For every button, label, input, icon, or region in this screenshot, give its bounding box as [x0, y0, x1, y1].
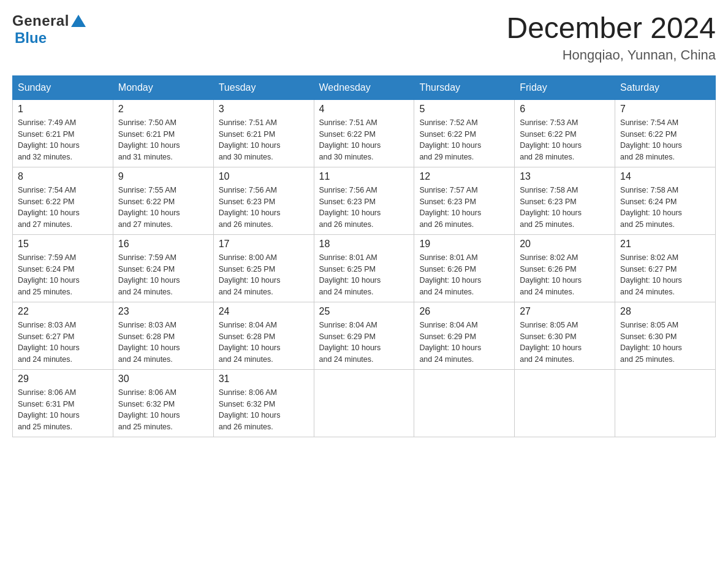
day-info: Sunrise: 8:02 AM Sunset: 6:26 PM Dayligh… — [520, 253, 582, 296]
calendar-cell — [615, 369, 716, 437]
logo-triangle-icon — [70, 13, 86, 29]
calendar-cell: 22Sunrise: 8:03 AM Sunset: 6:27 PM Dayli… — [13, 302, 113, 369]
day-info: Sunrise: 8:05 AM Sunset: 6:30 PM Dayligh… — [620, 321, 682, 364]
day-number: 6 — [520, 104, 610, 115]
calendar-cell: 16Sunrise: 7:59 AM Sunset: 6:24 PM Dayli… — [113, 234, 213, 302]
calendar-cell: 8Sunrise: 7:54 AM Sunset: 6:22 PM Daylig… — [13, 167, 113, 234]
calendar-cell: 2Sunrise: 7:50 AM Sunset: 6:21 PM Daylig… — [113, 99, 213, 167]
day-info: Sunrise: 8:02 AM Sunset: 6:27 PM Dayligh… — [620, 253, 682, 296]
day-number: 2 — [118, 104, 208, 115]
calendar-cell — [414, 369, 515, 437]
calendar-cell: 9Sunrise: 7:55 AM Sunset: 6:22 PM Daylig… — [113, 167, 213, 234]
header-col-tuesday: Tuesday — [213, 75, 314, 99]
day-number: 9 — [118, 171, 208, 182]
calendar-cell: 21Sunrise: 8:02 AM Sunset: 6:27 PM Dayli… — [615, 234, 716, 302]
header: General Blue December 2024 Hongqiao, Yun… — [12, 12, 716, 63]
day-number: 18 — [319, 239, 409, 250]
day-info: Sunrise: 7:52 AM Sunset: 6:22 PM Dayligh… — [419, 118, 481, 161]
header-col-friday: Friday — [515, 75, 615, 99]
header-col-monday: Monday — [113, 75, 213, 99]
day-number: 4 — [319, 104, 409, 115]
day-info: Sunrise: 7:51 AM Sunset: 6:22 PM Dayligh… — [319, 118, 381, 161]
week-row-3: 15Sunrise: 7:59 AM Sunset: 6:24 PM Dayli… — [13, 234, 716, 302]
day-number: 21 — [620, 239, 710, 250]
day-info: Sunrise: 7:58 AM Sunset: 6:24 PM Dayligh… — [620, 186, 682, 229]
calendar-cell: 29Sunrise: 8:06 AM Sunset: 6:31 PM Dayli… — [13, 369, 113, 437]
day-number: 16 — [118, 239, 208, 250]
calendar-cell: 4Sunrise: 7:51 AM Sunset: 6:22 PM Daylig… — [314, 99, 414, 167]
title-area: December 2024 Hongqiao, Yunnan, China — [506, 12, 716, 63]
calendar-cell: 25Sunrise: 8:04 AM Sunset: 6:29 PM Dayli… — [314, 302, 414, 369]
day-info: Sunrise: 8:03 AM Sunset: 6:28 PM Dayligh… — [118, 321, 180, 364]
day-number: 5 — [419, 104, 509, 115]
day-info: Sunrise: 7:56 AM Sunset: 6:23 PM Dayligh… — [319, 186, 381, 229]
calendar-table: SundayMondayTuesdayWednesdayThursdayFrid… — [12, 75, 716, 437]
day-info: Sunrise: 8:06 AM Sunset: 6:32 PM Dayligh… — [219, 388, 281, 431]
logo: General Blue — [12, 12, 86, 47]
day-info: Sunrise: 7:56 AM Sunset: 6:23 PM Dayligh… — [219, 186, 281, 229]
location-title: Hongqiao, Yunnan, China — [506, 47, 716, 63]
calendar-cell: 28Sunrise: 8:05 AM Sunset: 6:30 PM Dayli… — [615, 302, 716, 369]
day-info: Sunrise: 7:51 AM Sunset: 6:21 PM Dayligh… — [219, 118, 281, 161]
svg-marker-0 — [71, 15, 86, 27]
calendar-cell: 27Sunrise: 8:05 AM Sunset: 6:30 PM Dayli… — [515, 302, 615, 369]
day-info: Sunrise: 8:04 AM Sunset: 6:29 PM Dayligh… — [419, 321, 481, 364]
day-number: 20 — [520, 239, 610, 250]
day-number: 10 — [219, 171, 309, 182]
day-info: Sunrise: 8:03 AM Sunset: 6:27 PM Dayligh… — [18, 321, 80, 364]
day-number: 19 — [419, 239, 509, 250]
day-number: 12 — [419, 171, 509, 182]
day-info: Sunrise: 8:00 AM Sunset: 6:25 PM Dayligh… — [219, 253, 281, 296]
calendar-cell: 24Sunrise: 8:04 AM Sunset: 6:28 PM Dayli… — [213, 302, 314, 369]
logo-general-text: General — [12, 12, 69, 29]
calendar-cell: 19Sunrise: 8:01 AM Sunset: 6:26 PM Dayli… — [414, 234, 515, 302]
calendar-cell: 11Sunrise: 7:56 AM Sunset: 6:23 PM Dayli… — [314, 167, 414, 234]
day-number: 27 — [520, 306, 610, 317]
day-number: 23 — [118, 306, 208, 317]
week-row-5: 29Sunrise: 8:06 AM Sunset: 6:31 PM Dayli… — [13, 369, 716, 437]
day-number: 3 — [219, 104, 309, 115]
day-info: Sunrise: 8:04 AM Sunset: 6:29 PM Dayligh… — [319, 321, 381, 364]
day-number: 28 — [620, 306, 710, 317]
calendar-cell: 3Sunrise: 7:51 AM Sunset: 6:21 PM Daylig… — [213, 99, 314, 167]
day-number: 17 — [219, 239, 309, 250]
calendar-cell: 23Sunrise: 8:03 AM Sunset: 6:28 PM Dayli… — [113, 302, 213, 369]
calendar-cell: 20Sunrise: 8:02 AM Sunset: 6:26 PM Dayli… — [515, 234, 615, 302]
calendar-cell: 7Sunrise: 7:54 AM Sunset: 6:22 PM Daylig… — [615, 99, 716, 167]
calendar-cell: 18Sunrise: 8:01 AM Sunset: 6:25 PM Dayli… — [314, 234, 414, 302]
week-row-1: 1Sunrise: 7:49 AM Sunset: 6:21 PM Daylig… — [13, 99, 716, 167]
calendar-cell: 30Sunrise: 8:06 AM Sunset: 6:32 PM Dayli… — [113, 369, 213, 437]
header-col-saturday: Saturday — [615, 75, 716, 99]
day-number: 14 — [620, 171, 710, 182]
day-info: Sunrise: 7:50 AM Sunset: 6:21 PM Dayligh… — [118, 118, 180, 161]
day-number: 31 — [219, 373, 309, 385]
day-info: Sunrise: 7:54 AM Sunset: 6:22 PM Dayligh… — [620, 118, 682, 161]
day-info: Sunrise: 7:54 AM Sunset: 6:22 PM Dayligh… — [18, 186, 80, 229]
day-number: 11 — [319, 171, 409, 182]
day-info: Sunrise: 7:58 AM Sunset: 6:23 PM Dayligh… — [520, 186, 582, 229]
day-info: Sunrise: 7:59 AM Sunset: 6:24 PM Dayligh… — [118, 253, 180, 296]
day-number: 15 — [18, 239, 108, 250]
calendar-cell: 31Sunrise: 8:06 AM Sunset: 6:32 PM Dayli… — [213, 369, 314, 437]
calendar-cell: 6Sunrise: 7:53 AM Sunset: 6:22 PM Daylig… — [515, 99, 615, 167]
calendar-cell: 13Sunrise: 7:58 AM Sunset: 6:23 PM Dayli… — [515, 167, 615, 234]
calendar-cell: 15Sunrise: 7:59 AM Sunset: 6:24 PM Dayli… — [13, 234, 113, 302]
day-info: Sunrise: 8:01 AM Sunset: 6:26 PM Dayligh… — [419, 253, 481, 296]
day-number: 1 — [18, 104, 108, 115]
calendar-cell: 17Sunrise: 8:00 AM Sunset: 6:25 PM Dayli… — [213, 234, 314, 302]
day-info: Sunrise: 7:55 AM Sunset: 6:22 PM Dayligh… — [118, 186, 180, 229]
calendar-cell: 12Sunrise: 7:57 AM Sunset: 6:23 PM Dayli… — [414, 167, 515, 234]
header-col-wednesday: Wednesday — [314, 75, 414, 99]
calendar-cell: 14Sunrise: 7:58 AM Sunset: 6:24 PM Dayli… — [615, 167, 716, 234]
day-number: 8 — [18, 171, 108, 182]
day-number: 30 — [118, 373, 208, 385]
day-number: 22 — [18, 306, 108, 317]
month-title: December 2024 — [506, 12, 716, 45]
calendar-cell — [515, 369, 615, 437]
day-info: Sunrise: 8:04 AM Sunset: 6:28 PM Dayligh… — [219, 321, 281, 364]
day-number: 29 — [18, 373, 108, 385]
calendar-cell: 10Sunrise: 7:56 AM Sunset: 6:23 PM Dayli… — [213, 167, 314, 234]
day-info: Sunrise: 8:06 AM Sunset: 6:32 PM Dayligh… — [118, 388, 180, 431]
week-row-4: 22Sunrise: 8:03 AM Sunset: 6:27 PM Dayli… — [13, 302, 716, 369]
day-number: 13 — [520, 171, 610, 182]
